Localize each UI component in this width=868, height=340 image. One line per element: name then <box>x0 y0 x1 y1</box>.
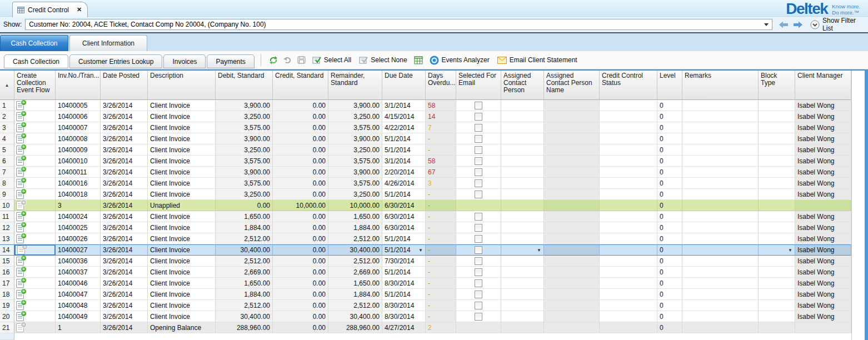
cell-invoice-number[interactable]: 10400016 <box>56 178 101 189</box>
table-row[interactable]: 9+104000183/26/2014Client Invoice3,250.0… <box>0 189 851 200</box>
cell-date-posted[interactable]: 3/26/2014 <box>101 322 148 333</box>
cell-level[interactable]: 0 <box>657 178 682 189</box>
cell-date-posted[interactable]: 3/26/2014 <box>101 189 148 200</box>
cell-selected-for-email[interactable] <box>456 289 501 300</box>
cell-invoice-number[interactable]: 10400006 <box>56 111 101 122</box>
cell-invoice-number[interactable]: 10400037 <box>56 267 101 278</box>
cell-date-posted[interactable]: 3/26/2014 <box>101 244 148 256</box>
create-event-flow-icon[interactable]: + <box>16 279 24 288</box>
cell-selected-for-email[interactable] <box>456 111 501 122</box>
cell-level[interactable]: 0 <box>657 189 682 200</box>
table-row[interactable]: 19+104000483/26/2014Client Invoice2,512.… <box>0 300 851 311</box>
cell-date-posted[interactable]: 3/26/2014 <box>101 256 148 267</box>
cell-block-type[interactable] <box>759 289 795 300</box>
row-number[interactable]: 16 <box>0 267 14 278</box>
refresh-icon[interactable] <box>269 56 278 64</box>
cell-invoice-number[interactable]: 10400047 <box>56 289 101 300</box>
cell-level[interactable]: 0 <box>657 322 682 333</box>
cell-invoice-number[interactable]: 10400009 <box>56 144 101 156</box>
dropdown-arrow-icon[interactable]: ▼ <box>786 248 792 253</box>
column-header-create-collection-event-flow[interactable]: Create Collection Event Flow <box>14 71 56 100</box>
column-header-assigned-contact-person[interactable]: Assigned Contact Person <box>501 71 544 100</box>
cell-assigned-contact-person[interactable] <box>501 111 544 122</box>
events-analyzer-button[interactable]: Events Analyzer <box>430 56 490 65</box>
table-row[interactable]: 10+33/26/2014Unapplied0.0010,000.0010,00… <box>0 200 851 211</box>
column-header-block-type[interactable]: Block Type <box>759 71 795 100</box>
table-row[interactable]: 15+104000363/26/2014Client Invoice2,512.… <box>0 256 851 267</box>
create-event-flow-icon[interactable]: + <box>16 190 24 199</box>
subtab-invoices[interactable]: Invoices <box>163 54 206 68</box>
cell-block-type[interactable] <box>759 111 795 122</box>
cell-due-date[interactable]: 5/1/2014 <box>382 233 426 244</box>
create-event-flow-icon[interactable]: + <box>16 301 24 310</box>
cell-credit-control-status[interactable] <box>600 156 657 167</box>
cell-block-type[interactable] <box>759 167 795 178</box>
cell-level[interactable]: 0 <box>657 200 682 211</box>
cell-selected-for-email[interactable] <box>456 189 501 200</box>
create-collection-event-flow-cell[interactable]: + <box>14 300 56 311</box>
cell-credit-control-status[interactable] <box>600 133 657 144</box>
select-none-button[interactable]: Select None <box>359 56 407 64</box>
row-number[interactable]: 1 <box>0 100 14 111</box>
create-collection-event-flow-cell[interactable]: + <box>14 322 56 333</box>
cell-assigned-contact-person[interactable] <box>501 189 544 200</box>
cell-selected-for-email[interactable] <box>456 267 501 278</box>
cell-level[interactable]: 0 <box>657 133 682 144</box>
table-row[interactable]: 8+104000163/26/2014Client Invoice3,575.0… <box>0 178 851 189</box>
cell-due-date[interactable]: 4/15/2014 <box>382 111 426 122</box>
cell-block-type[interactable] <box>759 122 795 133</box>
cell-assigned-contact-person[interactable] <box>501 278 544 289</box>
create-event-flow-icon[interactable]: + <box>16 123 24 132</box>
table-row[interactable]: 20+104000493/26/2014Client Invoice30,400… <box>0 311 851 322</box>
cell-date-posted[interactable]: 3/26/2014 <box>101 278 148 289</box>
cell-due-date[interactable]: 6/30/2014 <box>382 211 426 222</box>
cell-remarks[interactable] <box>682 122 759 133</box>
create-event-flow-icon[interactable]: + <box>16 146 24 154</box>
cell-block-type[interactable] <box>759 178 795 189</box>
chevron-down-circle-icon[interactable] <box>810 20 820 29</box>
cell-due-date[interactable]: 6/30/2014 <box>382 222 426 233</box>
cell-credit-control-status[interactable] <box>600 189 657 200</box>
cell-description[interactable]: Client Invoice <box>148 156 216 167</box>
table-row[interactable]: 16+104000373/26/2014Client Invoice2,669.… <box>0 267 851 278</box>
cell-block-type[interactable] <box>759 133 795 144</box>
cell-assigned-contact-person[interactable] <box>501 311 544 322</box>
cell-date-posted[interactable]: 3/26/2014 <box>101 178 148 189</box>
cell-due-date[interactable]: 5/1/2014 <box>382 133 426 144</box>
cell-block-type[interactable] <box>759 189 795 200</box>
cell-invoice-number[interactable]: 10400049 <box>56 311 101 322</box>
cell-assigned-contact-person[interactable] <box>501 200 544 211</box>
cell-block-type[interactable] <box>759 156 795 167</box>
cell-assigned-contact-person[interactable] <box>501 100 544 111</box>
next-arrow-icon[interactable] <box>793 21 802 28</box>
table-row[interactable]: 6+104000103/26/2014Client Invoice3,575.0… <box>0 156 851 167</box>
select-all-button[interactable]: Select All <box>312 56 351 64</box>
email-checkbox[interactable] <box>475 179 482 187</box>
cell-invoice-number[interactable]: 10400010 <box>56 156 101 167</box>
cell-assigned-contact-person[interactable] <box>501 211 544 222</box>
email-checkbox[interactable] <box>475 246 482 254</box>
cell-credit-control-status[interactable] <box>600 311 657 322</box>
cell-description[interactable]: Unapplied <box>148 200 216 211</box>
cell-due-date[interactable]: 5/1/2014 <box>382 267 426 278</box>
row-number[interactable]: 7 <box>0 167 14 178</box>
create-event-flow-icon[interactable]: + <box>16 312 24 321</box>
cell-invoice-number[interactable]: 10400024 <box>56 211 101 222</box>
cell-description[interactable]: Client Invoice <box>148 122 216 133</box>
cell-credit-control-status[interactable] <box>600 144 657 156</box>
save-icon[interactable] <box>297 56 306 64</box>
cell-block-type[interactable] <box>759 222 795 233</box>
email-checkbox[interactable] <box>475 235 482 243</box>
cell-date-posted[interactable]: 3/26/2014 <box>101 133 148 144</box>
cell-assigned-contact-person[interactable] <box>501 256 544 267</box>
cell-date-posted[interactable]: 3/26/2014 <box>101 111 148 122</box>
cell-remarks[interactable] <box>682 311 759 322</box>
cell-selected-for-email[interactable] <box>456 178 501 189</box>
create-collection-event-flow-cell[interactable]: + <box>14 111 56 122</box>
subtab-payments[interactable]: Payments <box>207 54 254 68</box>
cell-block-type[interactable] <box>759 256 795 267</box>
cell-level[interactable]: 0 <box>657 289 682 300</box>
create-collection-event-flow-cell[interactable]: + <box>14 133 56 144</box>
row-number[interactable]: 18 <box>0 289 14 300</box>
create-event-flow-icon[interactable]: + <box>16 157 24 166</box>
